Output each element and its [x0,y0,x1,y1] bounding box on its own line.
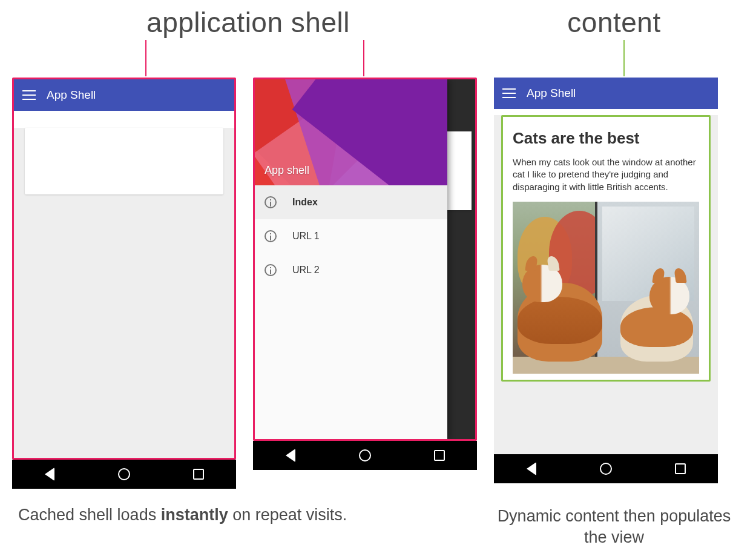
home-button[interactable] [358,449,372,462]
info-icon [265,264,277,276]
connector-shell-left [145,40,146,76]
hamburger-icon[interactable] [502,88,516,98]
appbar: App Shell [494,78,718,109]
captions-row: Cached shell loads instantly on repeat v… [12,506,744,548]
connector-content [623,40,625,76]
phone-body [14,128,234,458]
cat-left [518,283,602,362]
drawer-item-url2[interactable]: URL 2 [255,253,447,287]
info-icon [265,230,277,242]
recent-apps-button[interactable] [192,468,205,481]
home-button[interactable] [599,462,613,475]
label-content: content [484,6,744,39]
content-body-text: When my cats look out the window at anot… [513,156,699,193]
phone-3: App Shell Cats are the best When my cats… [494,78,718,454]
caption-shell: Cached shell loads instantly on repeat v… [12,506,484,548]
content-image-cats [513,202,699,374]
content-title: Cats are the best [513,129,699,148]
drawer-item-label: URL 2 [292,265,320,276]
caption-shell-pre: Cached shell loads [18,506,161,524]
drawer-item-index[interactable]: Index [255,185,447,219]
info-icon [265,196,277,208]
label-application-shell: application shell [12,6,484,39]
back-button[interactable] [525,462,538,475]
hamburger-icon[interactable] [22,90,36,100]
caption-content: Dynamic content then populates the view [484,506,744,548]
caption-shell-strong: instantly [161,506,228,524]
phones-row: App Shell App shell [12,78,744,489]
navigation-drawer: App shell Index URL 1 URL 2 [255,79,447,439]
background-card-peek [447,131,472,210]
cat-right [620,295,693,362]
top-labels-row: application shell content [12,6,744,39]
drawer-item-label: URL 1 [292,231,320,242]
connector-lines [12,42,744,78]
phone-content: App Shell Cats are the best When my cats… [494,78,718,483]
home-button[interactable] [117,468,131,481]
recent-apps-button[interactable] [674,462,687,475]
phone-body: Cats are the best When my cats look out … [494,115,718,454]
appbar-title: App Shell [47,88,96,102]
drawer-header-title: App shell [265,164,309,177]
phone-shell-empty: App Shell [12,78,236,489]
android-navbar [253,441,477,470]
caption-shell-post: on repeat visits. [228,506,347,524]
appbar: App Shell [14,79,234,111]
shell-outline-1: App Shell [12,78,236,460]
phone-shell-drawer: App shell Index URL 1 URL 2 [253,78,477,470]
recent-apps-button[interactable] [433,449,446,462]
drawer-item-label: Index [292,197,318,208]
android-navbar [12,460,236,489]
connector-shell-right [363,40,364,76]
back-button[interactable] [43,468,56,481]
android-navbar [494,454,718,483]
content-outline: Cats are the best When my cats look out … [501,115,711,382]
content-card: Cats are the best When my cats look out … [503,117,709,380]
back-button[interactable] [284,449,297,462]
shell-outline-2: App shell Index URL 1 URL 2 [253,78,477,441]
appbar-title: App Shell [527,87,576,100]
drawer-item-url1[interactable]: URL 1 [255,219,447,253]
empty-content-card [25,128,223,194]
drawer-header: App shell [255,79,447,185]
